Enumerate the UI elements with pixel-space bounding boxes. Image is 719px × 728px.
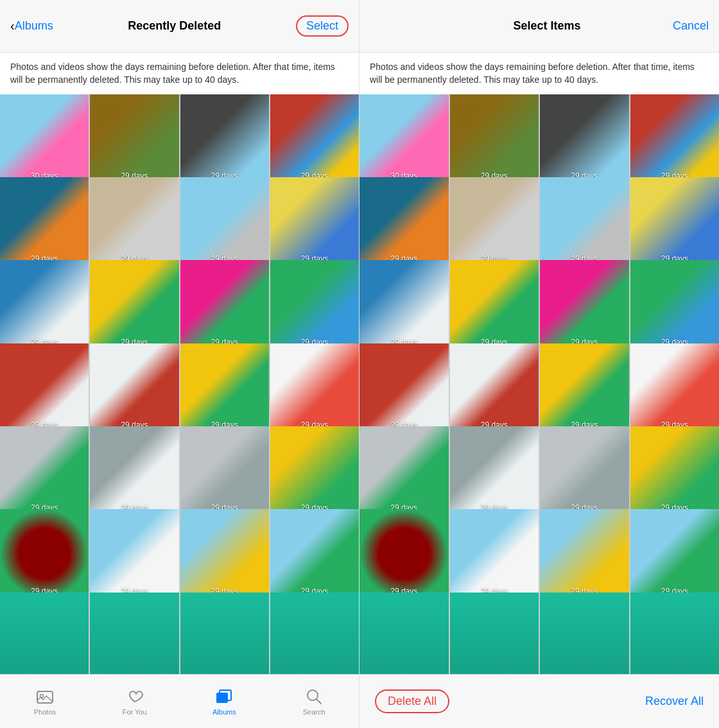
photo-cell[interactable]: 29 days <box>90 260 178 349</box>
photo-cell[interactable]: 29 days <box>450 177 539 266</box>
photo-cell[interactable]: 29 days <box>0 509 89 598</box>
photo-cell[interactable]: 30 days <box>0 94 89 183</box>
photo-cell[interactable]: 29 days <box>360 509 449 598</box>
photo-cell[interactable]: 29 days <box>450 343 539 433</box>
select-items-title: Select Items <box>513 19 580 33</box>
albums-icon <box>215 688 233 706</box>
photo-cell[interactable] <box>360 593 449 674</box>
right-header: Select Items Cancel <box>360 0 719 53</box>
photo-cell[interactable]: 29 days <box>630 260 720 349</box>
right-photo-grid: 30 days29 days29 days29 days29 days29 da… <box>360 94 719 674</box>
photo-cell[interactable] <box>180 593 269 674</box>
nav-item-photos[interactable]: Photos <box>26 688 64 716</box>
photo-cell[interactable]: 29 days <box>540 343 629 433</box>
photo-cell[interactable]: 29 days <box>630 343 720 433</box>
photo-cell[interactable]: 29 days <box>180 343 269 432</box>
photo-cell[interactable]: 29 days <box>90 343 178 432</box>
back-chevron-icon: ‹ <box>10 19 15 33</box>
photo-cell[interactable]: 29 days <box>270 509 359 598</box>
photo-cell[interactable]: 29 days <box>0 426 89 515</box>
recently-deleted-title: Recently Deleted <box>128 19 221 33</box>
photo-cell[interactable]: 29 days <box>540 426 629 516</box>
nav-label: Photos <box>34 708 56 716</box>
recover-all-button[interactable]: Recover All <box>645 695 704 708</box>
photo-cell[interactable]: 29 days <box>270 260 359 349</box>
left-bottom-nav: PhotosFor YouAlbumsSearch <box>0 674 359 728</box>
photo-cell[interactable]: 29 days <box>0 343 89 432</box>
photo-cell[interactable]: 29 days <box>90 509 178 598</box>
photo-cell[interactable]: 30 days <box>360 94 449 184</box>
photo-cell[interactable]: 29 days <box>270 177 359 266</box>
foryou-icon <box>126 688 144 706</box>
photo-cell[interactable]: 29 days <box>180 177 269 266</box>
photo-cell[interactable]: 29 days <box>540 94 629 184</box>
nav-label: For You <box>123 708 147 716</box>
left-info-text: Photos and videos show the days remainin… <box>0 53 359 94</box>
right-info-text: Photos and videos show the days remainin… <box>360 53 719 94</box>
photo-cell[interactable] <box>630 593 720 674</box>
photo-cell[interactable]: 29 days <box>360 177 449 266</box>
photo-cell[interactable] <box>270 593 359 674</box>
photo-cell[interactable] <box>0 593 89 674</box>
nav-label: Albums <box>212 708 236 716</box>
nav-item-albums[interactable]: Albums <box>205 688 243 716</box>
photo-cell[interactable]: 29 days <box>450 94 539 184</box>
left-screen: ‹ Albums Recently Deleted Select Photos … <box>0 0 360 728</box>
photo-cell[interactable] <box>90 593 178 674</box>
photo-cell[interactable]: 29 days <box>540 509 629 598</box>
photo-cell[interactable]: 29 days <box>360 343 449 433</box>
photo-cell[interactable] <box>450 593 539 674</box>
photo-cell[interactable]: 29 days <box>630 426 720 516</box>
svg-rect-2 <box>216 693 228 703</box>
photo-cell[interactable]: 29 days <box>630 177 720 266</box>
right-bottom-bar: Delete All Recover All <box>360 674 719 728</box>
photo-cell[interactable]: 29 days <box>360 426 449 516</box>
photo-cell[interactable]: 29 days <box>90 426 178 515</box>
photo-cell[interactable]: 29 days <box>450 509 539 598</box>
cancel-button[interactable]: Cancel <box>673 19 709 33</box>
select-button[interactable]: Select <box>296 15 349 37</box>
photo-cell[interactable]: 29 days <box>450 260 539 349</box>
right-screen: Select Items Cancel Photos and videos sh… <box>360 0 719 728</box>
photo-cell[interactable]: 29 days <box>630 94 720 184</box>
photo-cell[interactable]: 29 days <box>270 426 359 515</box>
photo-cell[interactable]: 29 days <box>0 260 89 349</box>
photo-cell[interactable]: 29 days <box>540 177 629 266</box>
photo-cell[interactable]: 29 days <box>630 509 720 598</box>
nav-label: Search <box>303 708 325 716</box>
photo-cell[interactable]: 29 days <box>270 94 359 183</box>
nav-item-for-you[interactable]: For You <box>116 688 154 716</box>
photo-cell[interactable]: 29 days <box>450 426 539 516</box>
delete-all-button[interactable]: Delete All <box>375 689 449 713</box>
photo-cell[interactable]: 29 days <box>90 94 178 183</box>
photo-cell[interactable]: 29 days <box>180 509 269 598</box>
photo-cell[interactable]: 29 days <box>270 343 359 432</box>
photo-cell[interactable]: 29 days <box>180 426 269 515</box>
svg-line-5 <box>316 699 321 704</box>
photo-cell[interactable]: 29 days <box>180 94 269 183</box>
albums-back-label[interactable]: Albums <box>15 19 53 33</box>
photo-cell[interactable]: 29 days <box>0 177 89 266</box>
left-header: ‹ Albums Recently Deleted Select <box>0 0 359 53</box>
left-photo-grid: 30 days29 days29 days29 days29 days29 da… <box>0 94 359 674</box>
back-button[interactable]: ‹ Albums <box>10 19 53 33</box>
nav-item-search[interactable]: Search <box>295 688 333 716</box>
photo-cell[interactable]: 29 days <box>540 260 629 349</box>
photo-cell[interactable] <box>540 593 629 674</box>
photos-icon <box>36 688 54 706</box>
photo-cell[interactable]: 29 days <box>360 260 449 349</box>
photo-cell[interactable]: 29 days <box>90 177 178 266</box>
photo-cell[interactable]: 29 days <box>180 260 269 349</box>
search-icon <box>305 688 323 706</box>
